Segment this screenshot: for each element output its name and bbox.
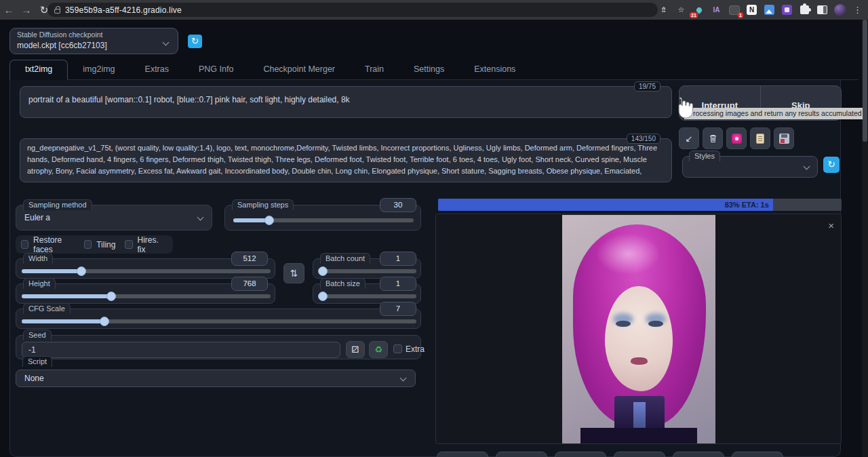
browser-menu-icon[interactable]: ⋮ [851,3,864,16]
ia-extension-icon[interactable]: IA [710,3,723,16]
prompt-textarea[interactable]: portrait of a beautiful [woman::0.1] rob… [20,86,672,118]
profile-avatar[interactable] [833,3,846,16]
chevron-down-icon [197,214,204,221]
chevron-down-icon [400,375,407,382]
chevron-down-icon [163,39,170,46]
tab-checkpoint-merger[interactable]: Checkpoint Merger [248,60,350,79]
prompt-tool-buttons: ↙ [679,127,794,149]
sampling-method-value: Euler a [24,213,50,222]
extra-networks-button[interactable] [726,127,747,149]
extra-networks-card-icon [732,134,742,144]
floppy-save-icon [779,134,789,144]
stable-diffusion-webui: ← → ↻ 359e5b9a-a5ff-4216.gradio.live ⇯ ☆… [0,0,868,457]
result-action-button[interactable] [437,452,488,457]
extensions-puzzle-icon[interactable] [798,3,811,16]
random-seed-button[interactable]: ⚂ [346,341,365,358]
sampling-method-dropdown[interactable]: Sampling method Euler a [16,205,212,231]
share-icon[interactable]: ⇯ [657,3,670,16]
slider-thumb[interactable] [100,317,109,326]
extra-seed-checkbox[interactable] [393,344,402,353]
checkpoint-label: Stable Diffusion checkpoint [17,31,102,39]
result-action-button[interactable] [614,452,665,457]
result-action-button[interactable] [673,452,724,457]
toggles-row: Restore faces Tiling Hires. fix [16,235,173,254]
sampling-steps-label: Sampling steps [232,199,294,210]
address-bar[interactable]: 359e5b9a-a5ff-4216.gradio.live [47,3,658,17]
output-gallery: × [435,214,842,444]
forward-icon[interactable]: → [18,4,35,16]
close-icon[interactable]: × [828,220,834,231]
apply-styles-button[interactable] [750,127,770,149]
url-text: 359e5b9a-a5ff-4216.gradio.live [65,5,182,15]
capture-extension-icon[interactable]: 1 [728,3,741,16]
negative-prompt-token-counter: 143/150 [627,134,660,144]
checkpoint-dropdown[interactable]: Stable Diffusion checkpoint model.ckpt [… [9,28,178,54]
refresh-checkpoints-button[interactable]: ↻ [188,35,202,48]
reuse-seed-button[interactable]: ♻ [369,341,388,358]
tab-extensions[interactable]: Extensions [459,60,530,79]
result-action-button[interactable] [555,452,606,457]
prompt-token-counter: 19/75 [634,81,660,92]
tab-train[interactable]: Train [350,60,399,79]
height-label: Height [23,278,56,289]
bookmark-star-icon[interactable]: ☆ [675,3,688,16]
clipboard-icon [756,134,764,144]
seed-input[interactable]: -1 [22,342,340,358]
batch-size-slider[interactable] [319,294,416,298]
batch-size-value[interactable]: 1 [380,277,416,291]
width-slider[interactable] [22,269,271,273]
script-group: Script None [16,362,421,388]
scrollbar[interactable] [862,20,868,457]
height-slider[interactable] [22,294,271,298]
script-dropdown[interactable]: None [16,370,416,387]
slider-thumb[interactable] [77,266,86,276]
width-value[interactable]: 512 [231,252,268,266]
photos-extension-icon[interactable] [763,3,776,16]
sampling-steps-group: Sampling steps 30 [224,205,421,231]
back-icon[interactable]: ← [0,4,18,16]
recycle-icon: ♻ [374,344,382,355]
negative-prompt-textarea[interactable]: ng_deepnegative_v1_75t, (worst quality, … [20,138,672,182]
height-value[interactable]: 768 [231,277,268,291]
tab-png-info[interactable]: PNG Info [184,60,248,79]
lock-icon [54,9,60,14]
sampling-steps-value[interactable]: 30 [380,198,416,212]
cfg-scale-slider[interactable] [22,319,416,323]
save-style-button[interactable] [774,127,794,149]
scrollbar-thumb[interactable] [863,20,867,142]
tab-extras[interactable]: Extras [130,60,184,79]
tiling-checkbox[interactable] [84,240,92,249]
tab-img2img[interactable]: img2img [68,60,130,79]
progress-text: 83% ETA: 1s [725,199,769,211]
hires-fix-checkbox[interactable] [125,240,132,249]
seed-label: Seed [23,330,52,340]
script-label: Script [22,356,52,367]
tiling-label: Tiling [96,240,115,250]
swap-width-height-button[interactable]: ⇅ [283,263,304,283]
sampling-steps-slider[interactable] [233,218,414,222]
generated-image-preview[interactable] [562,215,715,444]
width-group: Width 512 [16,258,275,279]
prompt-text: portrait of a beautiful [woman::0.1] rob… [28,95,350,104]
batch-count-value[interactable]: 1 [380,252,416,266]
restore-faces-checkbox[interactable] [21,240,28,249]
paste-generation-params-button[interactable]: ↙ [679,127,699,149]
purple-extension-icon[interactable] [781,3,793,16]
pin-extension-icon[interactable]: 21 [692,3,705,16]
notion-extension-icon[interactable]: N [745,3,758,16]
tab-settings[interactable]: Settings [399,60,459,79]
tab-txt2img[interactable]: txt2img [9,60,68,80]
clear-prompt-button[interactable] [703,127,723,149]
sidebar-icon[interactable] [816,3,829,16]
batch-count-slider[interactable] [319,269,416,273]
slider-thumb[interactable] [264,216,274,225]
result-action-button[interactable] [496,452,547,457]
slider-thumb[interactable] [318,292,328,301]
slider-thumb[interactable] [106,292,116,301]
result-action-button[interactable] [732,452,783,457]
refresh-styles-button[interactable]: ↻ [823,157,840,173]
browser-toolbar: ← → ↻ 359e5b9a-a5ff-4216.gradio.live ⇯ ☆… [0,0,868,20]
styles-dropdown[interactable]: Styles [682,156,818,178]
slider-thumb[interactable] [318,266,328,276]
cfg-scale-value[interactable]: 7 [380,302,416,316]
